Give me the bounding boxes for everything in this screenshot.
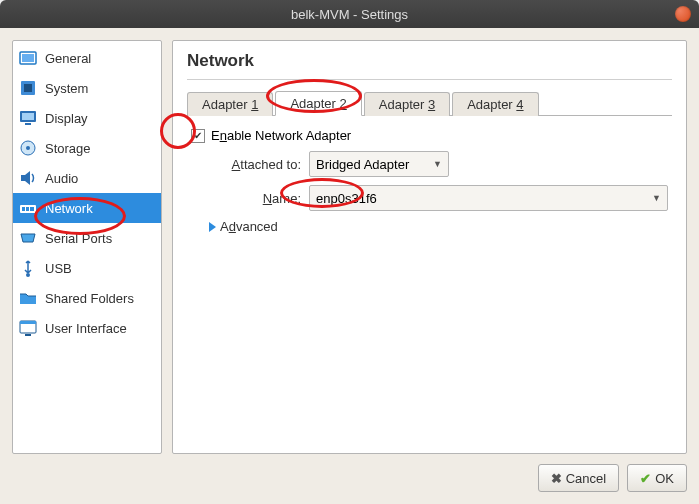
ok-button[interactable]: ✔ OK: [627, 464, 687, 492]
chevron-down-icon: ▼: [433, 159, 442, 169]
tab-adapter-3[interactable]: Adapter 3: [364, 92, 450, 116]
adapter-tabs: Adapter 1 Adapter 2 Adapter 3 Adapter 4: [187, 88, 672, 116]
display-icon: [19, 109, 37, 127]
cancel-button[interactable]: ✖ Cancel: [538, 464, 619, 492]
page-title: Network: [187, 51, 672, 71]
svg-rect-10: [22, 207, 25, 211]
svg-rect-1: [22, 54, 34, 62]
usb-icon: [19, 259, 37, 277]
shared-folders-icon: [19, 289, 37, 307]
enable-adapter-label: Enable Network Adapter: [211, 128, 351, 143]
sidebar-item-label: Serial Ports: [45, 231, 112, 246]
audio-icon: [19, 169, 37, 187]
tab-adapter-1[interactable]: Adapter 1: [187, 92, 273, 116]
close-button[interactable]: [675, 6, 691, 22]
enable-adapter-checkbox[interactable]: ✔: [191, 129, 205, 143]
sidebar-item-network[interactable]: Network: [13, 193, 161, 223]
svg-rect-16: [25, 334, 31, 336]
svg-rect-12: [30, 207, 34, 211]
sidebar-item-audio[interactable]: Audio: [13, 163, 161, 193]
cancel-label: Cancel: [566, 471, 606, 486]
settings-content-panel: Network Adapter 1 Adapter 2 Adapter 3 Ad…: [172, 40, 687, 454]
sidebar-item-label: System: [45, 81, 88, 96]
svg-point-13: [26, 273, 30, 277]
attached-to-label: Attached to:: [191, 157, 301, 172]
sidebar-item-general[interactable]: General: [13, 43, 161, 73]
svg-point-8: [26, 146, 30, 150]
ok-label: OK: [655, 471, 674, 486]
sidebar-item-label: USB: [45, 261, 72, 276]
sidebar-item-label: User Interface: [45, 321, 127, 336]
name-value: enp0s31f6: [316, 191, 377, 206]
svg-rect-11: [26, 207, 29, 211]
sidebar-item-system[interactable]: System: [13, 73, 161, 103]
sidebar-item-user-interface[interactable]: User Interface: [13, 313, 161, 343]
svg-rect-5: [22, 113, 34, 120]
name-label: Name:: [191, 191, 301, 206]
dialog-button-row: ✖ Cancel ✔ OK: [12, 454, 687, 492]
sidebar-item-label: Network: [45, 201, 93, 216]
advanced-toggle[interactable]: Advanced: [209, 219, 668, 234]
svg-rect-15: [20, 321, 36, 324]
cancel-icon: ✖: [551, 471, 562, 486]
sidebar-item-serial-ports[interactable]: Serial Ports: [13, 223, 161, 253]
name-select[interactable]: enp0s31f6 ▼: [309, 185, 668, 211]
triangle-right-icon: [209, 222, 216, 232]
svg-rect-3: [24, 84, 32, 92]
sidebar-item-label: Display: [45, 111, 88, 126]
user-interface-icon: [19, 319, 37, 337]
general-icon: [19, 49, 37, 67]
window-titlebar: belk-MVM - Settings: [0, 0, 699, 28]
attached-to-select[interactable]: Bridged Adapter ▼: [309, 151, 449, 177]
system-icon: [19, 79, 37, 97]
sidebar-item-storage[interactable]: Storage: [13, 133, 161, 163]
chevron-down-icon: ▼: [652, 193, 661, 203]
network-icon: [19, 199, 37, 217]
sidebar-item-label: Audio: [45, 171, 78, 186]
ok-icon: ✔: [640, 471, 651, 486]
sidebar-item-shared-folders[interactable]: Shared Folders: [13, 283, 161, 313]
advanced-label: Advanced: [220, 219, 278, 234]
storage-icon: [19, 139, 37, 157]
sidebar-item-label: Storage: [45, 141, 91, 156]
settings-sidebar: General System Display Storage Audio Net…: [12, 40, 162, 454]
attached-to-value: Bridged Adapter: [316, 157, 409, 172]
svg-rect-6: [25, 123, 31, 125]
serial-ports-icon: [19, 229, 37, 247]
separator: [187, 79, 672, 80]
sidebar-item-label: Shared Folders: [45, 291, 134, 306]
tab-adapter-4[interactable]: Adapter 4: [452, 92, 538, 116]
tab-adapter-2[interactable]: Adapter 2: [275, 91, 361, 116]
window-title: belk-MVM - Settings: [291, 7, 408, 22]
sidebar-item-display[interactable]: Display: [13, 103, 161, 133]
sidebar-item-usb[interactable]: USB: [13, 253, 161, 283]
sidebar-item-label: General: [45, 51, 91, 66]
